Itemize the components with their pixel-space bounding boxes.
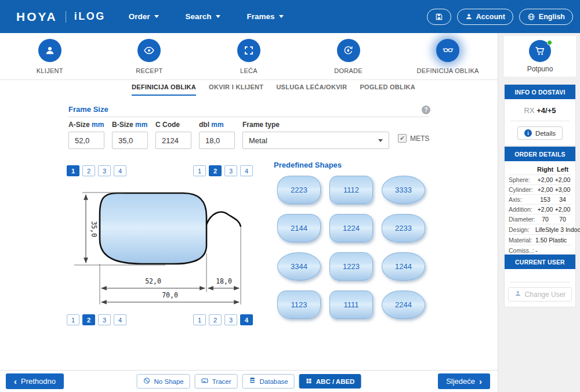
shape-option[interactable]: 1244 — [382, 252, 425, 281]
corner-button-1[interactable]: 1 — [193, 314, 206, 325]
c-code-input[interactable] — [155, 132, 191, 149]
table-row: Sphere: +2,00 +2,00 — [509, 175, 571, 184]
status-dot — [547, 40, 552, 45]
top-navbar: HOYA iLOG Order Search Frames Account — [0, 0, 580, 33]
shape-option[interactable]: 1223 — [329, 252, 373, 281]
corner-button-2[interactable]: 2 — [82, 165, 95, 176]
change-user-button[interactable]: Change User — [508, 287, 572, 302]
shape-option[interactable]: 2223 — [277, 176, 321, 204]
step-label: KLIJENT — [37, 67, 63, 74]
b-size-input[interactable] — [112, 132, 148, 149]
c-code-label: C Code — [155, 121, 193, 129]
shape-option[interactable]: 2233 — [382, 214, 425, 242]
step-klijent[interactable]: KLIJENT — [12, 39, 88, 74]
menu-search[interactable]: Search — [186, 12, 220, 21]
bridge-curve — [206, 212, 241, 227]
lens-outline — [100, 193, 206, 264]
tracer-button[interactable]: Tracer — [195, 374, 238, 389]
no-shape-label: No Shape — [154, 378, 184, 385]
tab-usluga-leca-okvir[interactable]: USLUGA LEĆA/OKVIR — [276, 84, 347, 96]
tab-pogled-oblika[interactable]: POGLED OBLIKA — [360, 84, 415, 96]
corner-button-2[interactable]: 2 — [209, 165, 222, 176]
chevron-down-icon — [216, 15, 220, 18]
shape-option[interactable]: 1224 — [329, 214, 373, 242]
change-user-label: Change User — [525, 291, 566, 299]
menu-frames[interactable]: Frames — [247, 12, 284, 21]
a-size-input[interactable] — [68, 132, 104, 149]
save-button[interactable] — [427, 9, 451, 25]
corner-button-3[interactable]: 3 — [98, 314, 111, 325]
abc-abed-button[interactable]: ABC / ABED — [299, 374, 361, 389]
chevron-down-icon — [154, 15, 159, 18]
dbl-input[interactable] — [199, 132, 235, 149]
shape-option[interactable]: 2144 — [277, 214, 321, 242]
corner-button-1[interactable]: 1 — [67, 165, 79, 176]
person-icon — [465, 13, 473, 20]
corner-button-2[interactable]: 2 — [82, 314, 95, 325]
globe-icon — [527, 13, 535, 21]
corner-button-4[interactable]: 4 — [114, 314, 126, 325]
help-icon[interactable] — [422, 106, 430, 114]
divider — [510, 282, 570, 282]
b-size-label: B-Size mm — [112, 121, 149, 129]
mets-checkbox[interactable] — [398, 134, 407, 143]
person-icon — [38, 39, 61, 62]
table-row: Axis: 153 34 — [509, 194, 571, 204]
corner-button-4[interactable]: 4 — [240, 165, 253, 176]
corner-button-1[interactable]: 1 — [67, 314, 79, 325]
order-details-table: Right Left Sphere: +2,00 +2,00 Cylinder:… — [505, 161, 575, 259]
frame-type-value: Metal — [249, 136, 267, 145]
shape-option[interactable]: 3344 — [277, 252, 321, 281]
menu-search-label: Search — [186, 12, 212, 21]
expand-icon — [237, 39, 260, 62]
shape-option[interactable]: 2244 — [382, 291, 425, 319]
dim-b-size: 35,0 — [90, 221, 98, 237]
corner-button-2[interactable]: 2 — [209, 314, 222, 325]
corner-button-1[interactable]: 1 — [193, 165, 206, 176]
details-button[interactable]: Details — [517, 126, 563, 140]
a-size-field: A-Size mm — [68, 121, 106, 149]
corner-group-top-right: 1 2 3 4 — [193, 165, 253, 176]
info-icon — [524, 129, 532, 137]
right-sidebar: Potpuno INFO O DOSTAVI RX +4/+5 Details … — [498, 33, 580, 392]
floppy-save-icon — [435, 13, 443, 21]
corner-button-3[interactable]: 3 — [98, 165, 111, 176]
col-left: Left — [554, 166, 571, 173]
corner-button-4[interactable]: 4 — [240, 314, 253, 325]
frame-type-select[interactable]: Metal — [242, 132, 389, 149]
corner-button-3[interactable]: 3 — [224, 314, 237, 325]
table-row: Material: 1.50 Plastic — [509, 234, 571, 245]
step-recept[interactable]: RECEPT — [111, 39, 187, 74]
next-button[interactable]: Sljedeće — [438, 373, 490, 389]
next-label: Sljedeće — [446, 377, 475, 386]
language-button[interactable]: English — [519, 9, 573, 25]
step-dorade[interactable]: DORADE — [311, 39, 386, 74]
previous-button[interactable]: Prethodno — [6, 373, 64, 389]
database-button[interactable]: Database — [242, 374, 295, 389]
shape-option[interactable]: 1112 — [329, 176, 373, 204]
info-o-dostavi-card: INFO O DOSTAVI RX +4/+5 Details — [504, 84, 576, 146]
rx-value: +4/+5 — [536, 106, 556, 115]
tab-okvir-i-klijent[interactable]: OKVIR I KLIJENT — [209, 84, 263, 96]
eye-icon — [137, 39, 161, 62]
menu-order[interactable]: Order — [129, 12, 159, 21]
no-shape-button[interactable]: No Shape — [137, 374, 190, 389]
glasses-icon — [436, 39, 459, 62]
step-definicija-oblika[interactable]: DEFINICIJA OBLIKA — [410, 39, 485, 74]
shape-option[interactable]: 1111 — [329, 291, 373, 319]
dim-total: 70,0 — [162, 291, 178, 299]
hoya-logo: HOYA — [16, 10, 57, 24]
corner-group-bottom-left: 1 2 3 4 — [67, 314, 126, 325]
chevron-down-icon — [378, 139, 383, 142]
a-size-label: A-Size mm — [68, 121, 106, 129]
shape-option[interactable]: 1123 — [277, 291, 321, 319]
brand-divider — [66, 11, 66, 23]
corner-button-3[interactable]: 3 — [224, 165, 237, 176]
corner-button-4[interactable]: 4 — [114, 165, 126, 176]
wizard-steps: KLIJENT RECEPT LEĆA DORADE DEFINICIJA OB… — [0, 33, 498, 80]
mets-checkbox-group[interactable]: METS — [398, 134, 429, 143]
tab-definicija-oblika[interactable]: DEFINICIJA OBLIKA — [132, 84, 196, 96]
account-button[interactable]: Account — [457, 9, 513, 25]
step-leca[interactable]: LEĆA — [211, 39, 287, 74]
shape-option[interactable]: 3333 — [382, 176, 425, 204]
